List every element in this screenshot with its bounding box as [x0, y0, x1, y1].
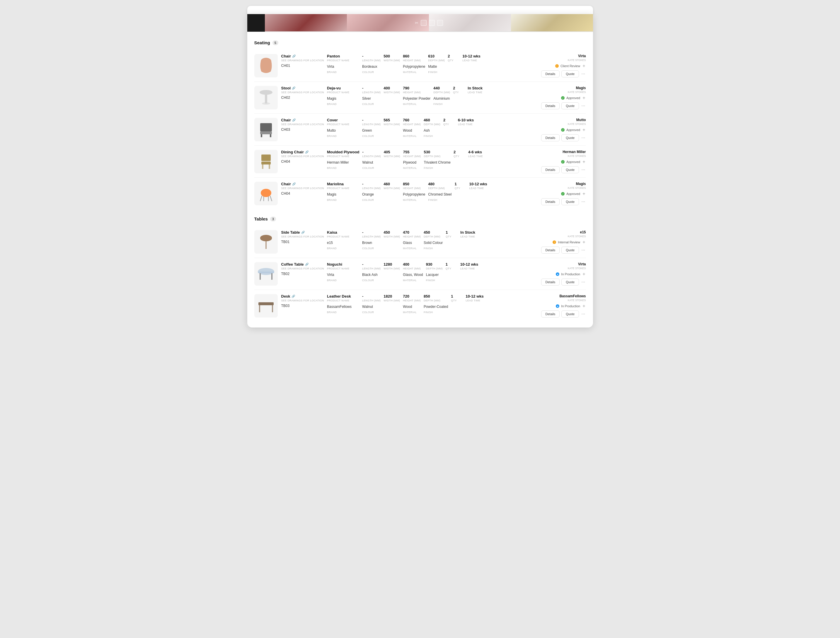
- quote-button[interactable]: Quote: [561, 102, 579, 109]
- more-options-button[interactable]: ···: [581, 135, 586, 141]
- more-options-button[interactable]: ···: [581, 199, 586, 204]
- qty-col: 1 QTY: [451, 294, 463, 302]
- brand-value: Herman Miller: [327, 160, 349, 165]
- add-status-button[interactable]: +: [582, 127, 586, 133]
- details-button[interactable]: Details: [541, 102, 560, 109]
- qty-value: 1: [446, 262, 457, 266]
- product-sub: SEE DRAWINGS FOR LOCATION: [281, 299, 324, 302]
- quote-button[interactable]: Quote: [561, 70, 579, 78]
- add-status-button[interactable]: +: [582, 239, 586, 245]
- add-status-button[interactable]: +: [582, 159, 586, 165]
- width-value: 460: [384, 182, 400, 186]
- depth-col: 480 DEPTH (MM) Chromed Steel FINISH: [428, 182, 452, 202]
- add-status-button[interactable]: +: [582, 63, 586, 69]
- strip-ctrl-1[interactable]: [421, 20, 426, 26]
- product-category: Chair: [281, 182, 291, 186]
- brand-label: BRAND: [327, 311, 336, 314]
- width-value: 405: [384, 150, 400, 154]
- colour-value: Silver: [362, 97, 371, 101]
- product-row: Stool 🔗 SEE DRAWINGS FOR LOCATION CH02 D…: [254, 82, 586, 114]
- svg-line-13: [260, 196, 262, 201]
- add-status-button[interactable]: +: [582, 272, 586, 277]
- quote-button[interactable]: Quote: [561, 310, 579, 318]
- product-name-value: Mariolina: [327, 182, 359, 186]
- material-label: MATERIAL: [403, 279, 417, 282]
- length-label: LENGTH (MM): [362, 59, 381, 62]
- section-header: Seating 5: [254, 40, 586, 45]
- quote-button[interactable]: Quote: [561, 198, 579, 205]
- details-button[interactable]: Details: [541, 310, 560, 318]
- details-button[interactable]: Details: [541, 134, 560, 141]
- finish-label: FINISH: [424, 166, 433, 169]
- add-status-button[interactable]: +: [582, 304, 586, 309]
- designer-name: Virta: [578, 262, 586, 266]
- strip-ctrl-3[interactable]: [437, 20, 443, 26]
- strip-ctrl-2[interactable]: [429, 20, 435, 26]
- colour-value: Green: [362, 128, 372, 133]
- width-label: WIDTH (MM): [384, 123, 400, 126]
- height-label: HEIGHT (MM): [403, 155, 421, 158]
- more-options-button[interactable]: ···: [581, 247, 586, 253]
- lead-time-label: LEAD TIME: [458, 123, 478, 126]
- details-button[interactable]: Details: [541, 166, 560, 173]
- qty-value: 1: [455, 182, 466, 186]
- product-category: Desk: [281, 294, 291, 298]
- add-status-button[interactable]: +: [582, 95, 586, 101]
- lead-time-label: LEAD TIME: [468, 155, 489, 158]
- product-category: Chair: [281, 54, 291, 59]
- brand-label: BRAND: [327, 135, 336, 138]
- qty-value: 2: [453, 150, 465, 154]
- brand-value: Magis: [327, 192, 336, 196]
- btn-row: Details Quote ···: [541, 102, 586, 109]
- lead-time-label: LEAD TIME: [466, 299, 486, 302]
- svg-rect-26: [272, 305, 273, 312]
- height-value: 860: [403, 54, 425, 59]
- main-container: ✂ Seating 5 Chair 🔗 SEE DRAWINGS FOR LOC…: [247, 14, 593, 328]
- product-code: TB02: [281, 272, 324, 276]
- product-row: Chair 🔗 SEE DRAWINGS FOR LOCATION CH03 C…: [254, 114, 586, 146]
- qty-label: QTY: [453, 91, 465, 94]
- title-bar: [247, 6, 593, 14]
- width-label: WIDTH (MM): [384, 267, 400, 270]
- more-options-button[interactable]: ···: [581, 103, 586, 108]
- status-text: In Production: [561, 304, 580, 308]
- status-dot: ✓: [561, 128, 565, 131]
- length-value: -: [362, 54, 381, 59]
- qty-value: 2: [453, 86, 465, 90]
- depth-label: DEPTH (MM): [433, 91, 450, 94]
- section-badge: 5: [273, 40, 278, 45]
- more-options-button[interactable]: ···: [581, 71, 586, 76]
- length-label: LENGTH (MM): [362, 299, 381, 302]
- qty-label: QTY: [443, 123, 455, 126]
- quote-button[interactable]: Quote: [561, 166, 579, 173]
- product-actions: BassamFellows KATE STOKES ● In Productio…: [527, 294, 586, 318]
- details-button[interactable]: Details: [541, 247, 560, 253]
- quote-button[interactable]: Quote: [561, 279, 579, 286]
- details-button[interactable]: Details: [541, 279, 560, 286]
- designer-label: KATE STOKES: [568, 155, 586, 157]
- details-button[interactable]: Details: [541, 70, 560, 78]
- section-header: Tables 3: [254, 216, 586, 222]
- status-text: Internal Review: [558, 241, 580, 244]
- depth-value: 460: [424, 118, 441, 122]
- quote-button[interactable]: Quote: [561, 134, 579, 141]
- length-value: -: [362, 182, 381, 186]
- product-code: CH04: [281, 192, 324, 196]
- quote-button[interactable]: Quote: [561, 247, 579, 253]
- btn-row: Details Quote ···: [541, 70, 586, 78]
- height-label: HEIGHT (MM): [403, 267, 423, 270]
- product-actions: Magis KATE STOKES ✓ Approved + Details Q…: [527, 182, 586, 205]
- depth-value: 610: [428, 54, 445, 59]
- height-col: 790 HEIGHT (MM) Polyester Powder MATERIA…: [403, 86, 430, 106]
- more-options-button[interactable]: ···: [581, 279, 586, 285]
- details-button[interactable]: Details: [541, 198, 560, 205]
- material-value: Wood: [403, 305, 412, 309]
- qty-col: 1 QTY: [446, 230, 457, 238]
- svg-rect-11: [269, 165, 270, 169]
- finish-value: Powder-Coated: [424, 305, 448, 309]
- add-status-button[interactable]: +: [582, 191, 586, 196]
- more-options-button[interactable]: ···: [581, 311, 586, 317]
- lead-time-col: 10-12 wks LEAD TIME: [469, 182, 489, 190]
- more-options-button[interactable]: ···: [581, 167, 586, 173]
- status-dot: ●: [556, 272, 559, 276]
